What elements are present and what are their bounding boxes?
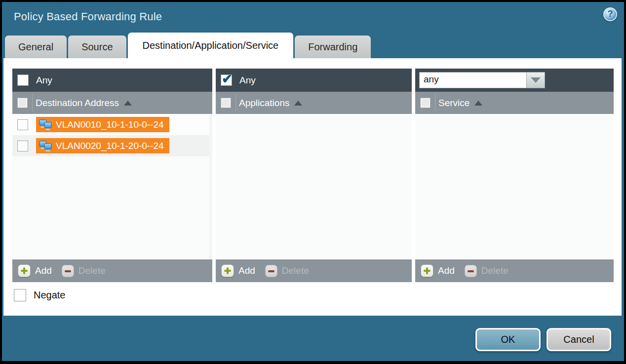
- destination-any-bar: Any: [12, 69, 212, 92]
- service-dropdown-value[interactable]: any: [419, 72, 527, 88]
- service-list: [415, 114, 614, 259]
- column-divider: [32, 94, 33, 111]
- negate-option: Negate: [14, 289, 66, 301]
- address-group-icon: [39, 140, 52, 152]
- tab-general[interactable]: General: [5, 36, 67, 58]
- plus-icon: [221, 264, 234, 277]
- policy-based-forwarding-dialog: Policy Based Forwarding Rule General Sou…: [2, 2, 624, 361]
- address-object-badge[interactable]: VLAN0020_10-1-20-0--24: [36, 138, 169, 153]
- column-divider: [435, 94, 435, 111]
- address-object-badge[interactable]: VLAN0010_10-1-10-0--24: [36, 117, 169, 132]
- sort-ascending-icon: [124, 101, 132, 106]
- row-checkbox[interactable]: [17, 141, 28, 151]
- ok-button[interactable]: OK: [475, 328, 541, 351]
- table-row[interactable]: VLAN0020_10-1-20-0--24: [12, 135, 209, 156]
- applications-panel: Any Applications Add Delete: [216, 69, 412, 282]
- minus-icon: [465, 265, 477, 277]
- applications-any-label: Any: [239, 75, 256, 86]
- column-divider: [235, 94, 236, 111]
- destination-address-list: VLAN0010_10-1-10-0--24: [12, 114, 212, 259]
- service-select-all-checkbox[interactable]: [420, 98, 430, 108]
- applications-list: [216, 114, 412, 259]
- dialog-footer: OK Cancel: [2, 316, 624, 361]
- negate-checkbox[interactable]: [14, 289, 26, 301]
- sort-ascending-icon: [294, 101, 302, 106]
- destination-address-column-label: Destination Address: [36, 98, 119, 109]
- plus-icon: [421, 264, 433, 277]
- add-button-label: Add: [238, 265, 255, 276]
- applications-column-header[interactable]: Applications: [216, 92, 412, 114]
- sort-ascending-icon: [474, 101, 482, 106]
- tab-source[interactable]: Source: [68, 36, 126, 58]
- minus-icon: [265, 265, 277, 277]
- delete-button-label: Delete: [481, 265, 509, 276]
- plus-icon: [18, 264, 31, 277]
- tab-content: Any Destination Address: [3, 58, 622, 316]
- delete-destination-button[interactable]: Delete: [62, 265, 106, 277]
- cancel-button[interactable]: Cancel: [547, 328, 611, 351]
- destination-panel-footer: Add Delete: [12, 259, 212, 282]
- minus-icon: [62, 265, 74, 277]
- applications-column-label: Applications: [239, 98, 289, 109]
- dialog-title: Policy Based Forwarding Rule: [14, 10, 162, 23]
- table-row[interactable]: VLAN0010_10-1-10-0--24: [12, 114, 209, 135]
- add-destination-button[interactable]: Add: [18, 264, 52, 277]
- delete-button-label: Delete: [282, 265, 309, 276]
- service-dropdown-button[interactable]: [527, 72, 545, 88]
- applications-select-all-checkbox[interactable]: [221, 98, 231, 108]
- service-panel-footer: Add Delete: [415, 259, 614, 282]
- destination-any-label: Any: [36, 75, 52, 86]
- service-column-label: Service: [438, 98, 470, 109]
- service-dropdown-bar: any: [415, 69, 614, 92]
- applications-panel-footer: Add Delete: [216, 259, 412, 282]
- delete-service-button[interactable]: Delete: [465, 265, 509, 277]
- destination-address-column-header[interactable]: Destination Address: [12, 92, 212, 114]
- delete-button-label: Delete: [78, 265, 106, 276]
- tab-destination-application-service[interactable]: Destination/Application/Service: [128, 33, 294, 58]
- scrollbar-gutter: [209, 114, 212, 259]
- help-icon[interactable]: [603, 7, 617, 21]
- negate-label: Negate: [34, 290, 66, 301]
- applications-any-checkbox[interactable]: [221, 74, 232, 86]
- address-object-label: VLAN0020_10-1-20-0--24: [56, 141, 164, 151]
- applications-any-bar: Any: [216, 69, 412, 92]
- add-service-button[interactable]: Add: [421, 264, 455, 277]
- chevron-down-icon: [531, 77, 541, 83]
- tab-strip: General Source Destination/Application/S…: [5, 33, 619, 58]
- service-dropdown[interactable]: any: [419, 72, 545, 88]
- dialog-titlebar: Policy Based Forwarding Rule: [2, 2, 624, 33]
- add-button-label: Add: [35, 265, 52, 276]
- address-object-label: VLAN0010_10-1-10-0--24: [56, 119, 164, 130]
- add-application-button[interactable]: Add: [221, 264, 255, 277]
- destination-select-all-checkbox[interactable]: [17, 98, 28, 108]
- delete-application-button[interactable]: Delete: [265, 265, 309, 277]
- service-panel: any Service Add: [415, 69, 614, 282]
- destination-any-checkbox[interactable]: [17, 74, 29, 86]
- destination-address-panel: Any Destination Address: [12, 69, 212, 282]
- service-column-header[interactable]: Service: [415, 92, 614, 114]
- screenshot-root: Policy Based Forwarding Rule General Sou…: [0, 0, 626, 364]
- address-group-icon: [39, 119, 52, 131]
- row-checkbox[interactable]: [17, 119, 28, 130]
- tab-forwarding[interactable]: Forwarding: [295, 36, 371, 58]
- add-button-label: Add: [438, 265, 455, 276]
